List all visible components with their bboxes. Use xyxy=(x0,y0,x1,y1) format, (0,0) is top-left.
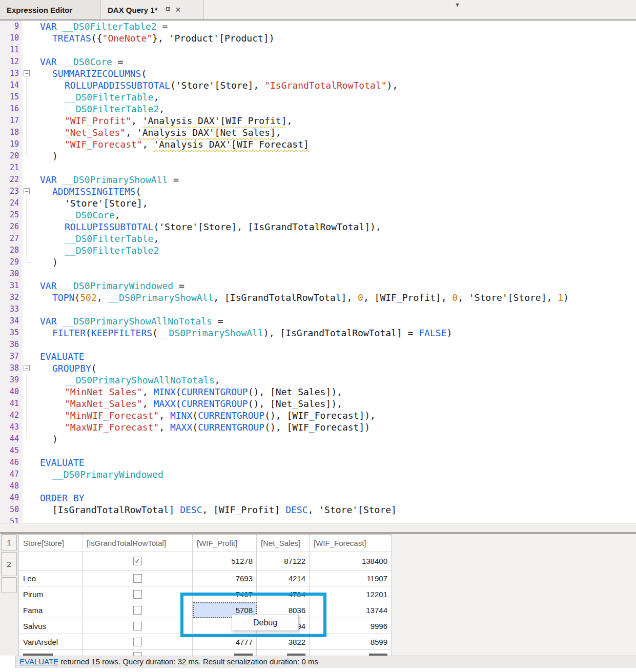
table-row xyxy=(19,650,392,656)
grid-cell-check[interactable] xyxy=(83,618,193,634)
grid-cell-store[interactable] xyxy=(19,552,83,571)
code-token: CURRENTGROUP xyxy=(181,398,248,409)
grid-cell-net_sales[interactable]: 87122 xyxy=(257,552,310,571)
code-text: EVALUATE xyxy=(33,351,85,362)
column-header[interactable]: [WIF_Profit] xyxy=(193,535,257,552)
code-token: "Net_Sales" xyxy=(65,127,126,138)
grid-cell-wif_forecast[interactable]: 9996 xyxy=(310,618,392,634)
grid-cell-wif_forecast[interactable]: 12201 xyxy=(310,586,392,602)
code-token: , xyxy=(142,139,154,150)
code-text: TOPN(502, __DS0PrimaryShowAll, [IsGrandT… xyxy=(33,292,569,303)
code-token: (), [Net_Sales]), xyxy=(248,398,342,409)
code-token: __DS0FilterTable2 xyxy=(65,104,159,114)
code-line-9: 9VAR __DS0FilterTable2 = xyxy=(0,21,636,32)
grid-cell-wif_profit[interactable]: 7497 xyxy=(193,586,257,602)
fold-collapse-icon[interactable]: – xyxy=(24,365,30,371)
code-line-42: 42"MinWIF_Forecast", MINX(CURRENTGROUP()… xyxy=(0,410,636,421)
line-number: 29 xyxy=(0,256,23,268)
grid-cell-store[interactable] xyxy=(19,650,83,656)
fold-scope-end-tick xyxy=(27,262,31,262)
row-index-box[interactable]: 1 xyxy=(1,534,17,551)
column-header[interactable]: [WIF_Forecast] xyxy=(310,535,392,552)
close-tab-icon[interactable]: ✕ xyxy=(175,6,181,14)
code-token: , xyxy=(159,410,170,421)
row-index-box[interactable]: 2 xyxy=(1,552,17,576)
dax-code-editor[interactable]: 9VAR __DS0FilterTable2 =10TREATAS({"OneN… xyxy=(0,21,636,523)
code-text: VAR __DS0FilterTable2 = xyxy=(33,21,168,32)
fold-gutter xyxy=(23,174,33,186)
code-token: 'Store'[Store], xyxy=(65,198,148,209)
fold-gutter xyxy=(23,492,33,504)
fold-collapse-icon[interactable]: – xyxy=(24,70,30,76)
code-token: VAR xyxy=(40,280,62,291)
line-number: 26 xyxy=(0,221,23,233)
code-text: ORDER BY xyxy=(33,492,85,504)
debug-context-menu: Debug xyxy=(232,615,299,631)
fold-gutter xyxy=(23,79,33,91)
column-header[interactable]: [IsGrandTotalRowTotal] xyxy=(83,535,193,552)
column-header[interactable]: Store[Store] xyxy=(19,535,83,552)
grid-cell-store[interactable]: Pirum xyxy=(19,586,83,602)
code-text: __DS0Core, xyxy=(33,209,120,221)
checkbox-unchecked[interactable] xyxy=(133,590,142,599)
grid-cell-net_sales[interactable] xyxy=(257,650,310,656)
results-grid-area: 12 Store[Store][IsGrandTotalRowTotal][WI… xyxy=(0,534,636,656)
fold-gutter xyxy=(23,445,33,457)
fold-scope-end-tick xyxy=(27,156,31,156)
grid-cell-net_sales[interactable]: 4214 xyxy=(257,571,310,586)
collapse-results-icon[interactable]: ▼ xyxy=(455,1,460,9)
grid-cell-wif_forecast[interactable] xyxy=(310,650,392,656)
debug-menu-item[interactable]: Debug xyxy=(253,618,277,627)
grid-cell-check[interactable] xyxy=(83,650,193,656)
grid-cell-check[interactable] xyxy=(83,571,193,586)
checkbox-unchecked[interactable] xyxy=(133,638,142,646)
checkbox-unchecked[interactable] xyxy=(133,622,142,630)
checkbox-unchecked[interactable] xyxy=(133,574,142,583)
row-index-box[interactable] xyxy=(1,577,17,593)
grid-cell-store[interactable]: Fama xyxy=(19,602,83,618)
grid-cell-wif_profit[interactable]: 4777 xyxy=(193,634,257,650)
tab-expression-editor[interactable]: Expression Editor xyxy=(0,0,101,19)
table-row: Pirum7497470412201 xyxy=(19,586,392,602)
code-token: MAXX xyxy=(170,422,192,433)
grid-cell-check[interactable]: ✓ xyxy=(83,552,193,571)
grid-cell-wif_profit[interactable] xyxy=(193,650,257,656)
evaluate-link[interactable]: EVALUATE xyxy=(19,657,58,666)
code-token: MINX xyxy=(170,410,192,421)
grid-cell-net_sales[interactable]: 4704 xyxy=(257,586,310,602)
code-token: FILTER xyxy=(52,328,86,338)
line-number: 22 xyxy=(0,174,23,186)
grid-cell-store[interactable]: Leo xyxy=(19,571,83,586)
fold-gutter xyxy=(23,127,33,138)
grid-cell-wif_forecast[interactable]: 13744 xyxy=(310,602,392,618)
grid-cell-wif_forecast[interactable]: 138400 xyxy=(310,552,392,571)
grid-cell-check[interactable] xyxy=(83,586,193,602)
grid-cell-store[interactable]: VanArsdel xyxy=(19,634,83,650)
grid-cell-check[interactable] xyxy=(83,634,193,650)
checkbox-unchecked[interactable] xyxy=(133,606,142,615)
tab-dax-query[interactable]: DAX Query 1* ✕ xyxy=(101,0,204,19)
grid-cell-net_sales[interactable]: 3822 xyxy=(257,634,310,650)
checkbox-checked[interactable]: ✓ xyxy=(133,557,142,565)
tab-expression-editor-label: Expression Editor xyxy=(7,6,72,14)
results-splitter[interactable] xyxy=(0,523,636,534)
column-header[interactable]: [Net_Sales] xyxy=(257,535,310,552)
fold-gutter: – xyxy=(23,68,33,79)
code-token: "IsGrandTotalRowTotal" xyxy=(264,80,386,91)
grid-cell-wif_forecast[interactable]: 11907 xyxy=(310,571,392,586)
fold-collapse-icon[interactable]: – xyxy=(24,188,30,194)
grid-cell-wif_profit[interactable]: 7693 xyxy=(193,571,257,586)
code-line-17: 17"WIF_Profit", 'Analysis DAX'[WIF Profi… xyxy=(0,115,636,127)
grid-cell-check[interactable] xyxy=(83,602,193,618)
checkbox-unchecked[interactable] xyxy=(133,652,142,656)
pin-icon[interactable] xyxy=(163,5,171,14)
fold-gutter xyxy=(23,44,33,56)
code-token: __DS0FilterTable xyxy=(65,92,153,103)
grid-cell-wif_profit[interactable]: 51278 xyxy=(193,552,257,571)
code-text xyxy=(33,268,40,280)
code-token: , 'Store'[Store] xyxy=(308,504,397,515)
grid-cell-wif_forecast[interactable]: 8599 xyxy=(310,634,392,650)
grid-cell-store[interactable]: Salvus xyxy=(19,618,83,634)
indent-guide xyxy=(52,374,52,433)
code-token: KEEPFILTERS xyxy=(91,328,152,338)
